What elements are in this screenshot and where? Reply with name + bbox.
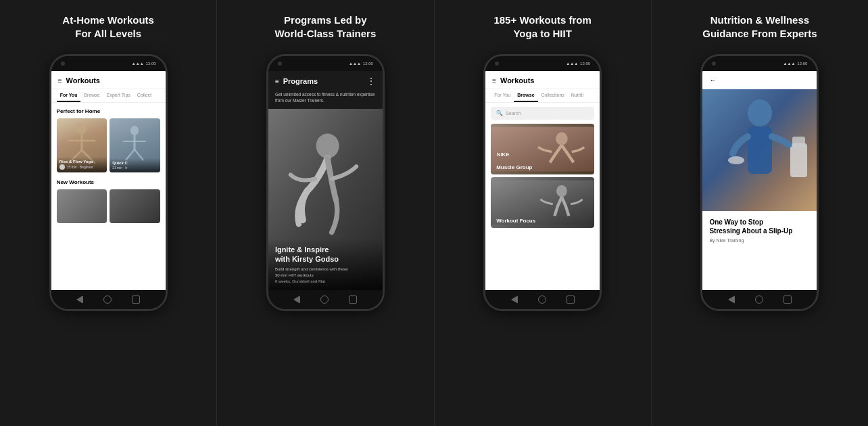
- phone-4-bottombar: [702, 290, 817, 309]
- column-2: Programs Led by World-Class Trainers ▲▲▲…: [217, 0, 434, 426]
- svg-point-18: [748, 99, 772, 126]
- muscle-group-label: Muscle Group: [496, 164, 532, 170]
- svg-text:NIKE: NIKE: [497, 151, 510, 158]
- browse-tab-collections[interactable]: Collections: [538, 89, 568, 102]
- programs-header-left: ≡ Programs: [275, 77, 318, 85]
- tab-collections[interactable]: Collect: [134, 89, 155, 102]
- tab-browse[interactable]: Browse: [80, 89, 103, 102]
- column-3-title: 185+ Workouts from Yoga to HIIT: [493, 14, 591, 42]
- browse-tab-nutrition[interactable]: Nutriti: [568, 89, 587, 102]
- tab-expert-tips[interactable]: Expert Tips: [103, 89, 134, 102]
- article-content: One Way to Stop Stressing About a Slip-U…: [702, 211, 817, 290]
- workouts-header: ≡ Workouts: [51, 71, 166, 89]
- phone-1-bottombar: [51, 290, 166, 309]
- column-1-title: At-Home Workouts For All Levels: [62, 14, 154, 42]
- nav-recent-btn-4[interactable]: [783, 295, 792, 304]
- programs-title: Programs: [283, 77, 318, 85]
- svg-rect-20: [790, 143, 807, 177]
- back-arrow-icon[interactable]: ←: [709, 76, 716, 84]
- quick-meta: 21 min · Ir: [112, 166, 158, 170]
- new-workout-2[interactable]: [110, 189, 160, 223]
- screen-programs: ≡ Programs ⋮ Get unlimited access to fit…: [268, 71, 383, 290]
- column-2-title: Programs Led by World-Class Trainers: [274, 14, 376, 42]
- column-3: 185+ Workouts from Yoga to HIIT ▲▲▲ 12:0…: [435, 0, 652, 426]
- muscle-group-item[interactable]: NIKE Muscle Group: [491, 124, 594, 174]
- hamburger-icon[interactable]: ≡: [58, 77, 62, 85]
- search-bar[interactable]: 🔍 Search: [491, 107, 594, 120]
- nav-home-btn-1[interactable]: [103, 295, 112, 304]
- status-bar-3: ▲▲▲ 12:00: [566, 62, 590, 66]
- tab-for-you[interactable]: For You: [57, 89, 81, 102]
- browse-tabs: For You Browse Collections Nutriti: [485, 89, 600, 103]
- phone-4-camera: [712, 62, 716, 66]
- workouts-tabs: For You Browse Expert Tips Collect: [51, 89, 166, 103]
- search-placeholder-text: Search: [506, 111, 521, 116]
- phone-1: ▲▲▲ 12:00 ≡ Workouts For You Browse Expe…: [49, 54, 168, 311]
- column-4-title: Nutrition & Wellness Guidance From Exper…: [702, 14, 817, 42]
- nav-back-btn-4[interactable]: [728, 295, 735, 304]
- nav-home-btn-2[interactable]: [320, 295, 329, 304]
- column-1: At-Home Workouts For All Levels ▲▲▲ 12:0…: [0, 0, 217, 426]
- article-hero-svg: [702, 89, 817, 211]
- programs-hero-title: Ignite & Inspire with Kirsty Godso: [275, 245, 376, 264]
- nav-back-btn-2[interactable]: [293, 295, 300, 304]
- nav-recent-btn-3[interactable]: [566, 295, 575, 304]
- programs-hero-meta: 6 weeks, Dumbbell and Mat: [275, 279, 376, 283]
- phone-2-camera: [278, 62, 282, 66]
- phone-1-camera: [61, 62, 65, 66]
- svg-point-13: [556, 133, 567, 145]
- screen-workouts-home: ≡ Workouts For You Browse Expert Tips Co…: [51, 71, 166, 290]
- workouts-header-title: Workouts: [66, 76, 100, 85]
- programs-header: ≡ Programs ⋮: [268, 71, 383, 91]
- new-workouts-row: [57, 189, 160, 223]
- browse-header: ≡ Workouts: [485, 71, 600, 89]
- search-icon: 🔍: [496, 110, 503, 116]
- nav-home-btn-3[interactable]: [538, 295, 546, 304]
- article-title: One Way to Stop Stressing About a Slip-U…: [709, 218, 810, 235]
- quick-duration: 21 min · Ir: [112, 166, 127, 170]
- app-container: At-Home Workouts For All Levels ▲▲▲ 12:0…: [0, 0, 868, 426]
- section-perfect-home: Perfect for Home: [57, 108, 160, 114]
- programs-promo-text: Get unlimited access to fitness & nutrit…: [275, 91, 376, 103]
- new-workout-1[interactable]: [57, 189, 107, 223]
- column-4: Nutrition & Wellness Guidance From Exper…: [652, 0, 868, 426]
- nav-recent-btn-1[interactable]: [132, 295, 140, 304]
- nav-recent-btn-2[interactable]: [349, 295, 357, 304]
- phone-4: ▲▲▲ 12:00 ←: [700, 54, 819, 311]
- workout-focus-label: Workout Focus: [496, 218, 535, 224]
- svg-point-22: [728, 156, 744, 164]
- article-hero-image: [702, 89, 817, 211]
- svg-rect-19: [748, 126, 772, 174]
- nav-back-btn-1[interactable]: [76, 295, 83, 304]
- phone-4-screen: ←: [702, 71, 817, 290]
- programs-hero-overlay: Ignite & Inspire with Kirsty Godso Build…: [268, 238, 383, 290]
- phone-4-topbar: ▲▲▲ 12:00: [702, 56, 817, 71]
- nav-home-btn-4[interactable]: [755, 295, 763, 304]
- svg-rect-21: [792, 137, 805, 147]
- browse-hamburger-icon[interactable]: ≡: [492, 77, 496, 85]
- workout-thumb-quick[interactable]: Quick C 21 min · Ir: [110, 118, 160, 172]
- programs-hamburger-icon[interactable]: ≡: [275, 78, 279, 85]
- status-bar-1: ▲▲▲ 12:00: [132, 62, 156, 66]
- phone-2-bottombar: [268, 290, 383, 309]
- yoga-name: Rise & Flow Yoga: [59, 160, 105, 164]
- section-new-workouts: New Workouts: [57, 179, 160, 185]
- programs-menu-icon[interactable]: ⋮: [367, 76, 376, 86]
- nav-back-btn-3[interactable]: [511, 295, 518, 304]
- programs-hero-sub: Build strength and confidence with these…: [275, 266, 376, 278]
- browse-tab-browse[interactable]: Browse: [514, 89, 537, 102]
- phone-2-screen: ≡ Programs ⋮ Get unlimited access to fit…: [268, 71, 383, 290]
- article-back-header: ←: [702, 71, 817, 89]
- svg-point-5: [130, 126, 139, 135]
- phone-1-topbar: ▲▲▲ 12:00: [51, 56, 166, 71]
- screen-article: ←: [702, 71, 817, 290]
- browse-tab-for-you[interactable]: For You: [491, 89, 514, 102]
- phone-3-camera: [495, 62, 499, 66]
- phone-2: ▲▲▲ 12:00 ≡ Programs ⋮ Get unlimited acc…: [266, 54, 385, 311]
- phone-3-bottombar: [485, 290, 600, 309]
- phone-3: ▲▲▲ 12:00 ≡ Workouts For You Browse Coll…: [483, 54, 602, 311]
- workout-focus-item[interactable]: Workout Focus: [491, 177, 594, 228]
- yoga-avatar: [59, 164, 65, 170]
- workout-thumb-yoga[interactable]: Rise & Flow Yoga 15 min · Beginner: [57, 118, 107, 172]
- workouts-body: Perfect for Home: [51, 103, 166, 290]
